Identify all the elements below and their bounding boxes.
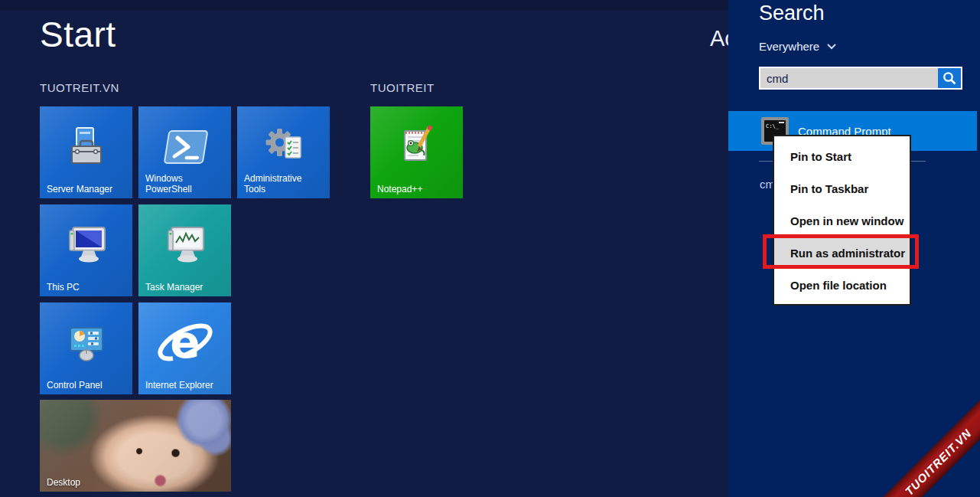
ie-icon: e [152,315,218,371]
tile-server-manager[interactable]: Server Manager [40,106,132,198]
tile-label: Control Panel [47,380,103,391]
search-panel-title: Search [759,2,825,25]
admin-tools-icon [262,126,306,168]
menu-item-open-in-new-window[interactable]: Open in new window [774,204,910,237]
task-manager-icon [162,224,208,266]
tile-notepad-plus-plus[interactable]: Notepad++ [370,106,463,198]
search-button[interactable] [938,68,961,88]
tile-group-label-2: TUOITREIT [370,81,435,94]
control-panel-icon [64,323,109,363]
search-icon [942,70,957,86]
notepadpp-icon [396,125,438,169]
search-input[interactable] [760,68,938,88]
tile-label: Task Manager [145,282,203,293]
menu-item-run-as-administrator[interactable]: Run as administrator [774,237,910,269]
tile-label: Internet Explorer [145,380,213,391]
menu-item-pin-to-start[interactable]: Pin to Start [774,140,910,172]
tile-control-panel[interactable]: Control Panel [40,302,132,394]
start-screen-title: Start [40,14,116,55]
tile-label: Server Manager [47,184,112,195]
tile-label: Notepad++ [377,184,422,195]
tile-windows-powershell[interactable]: Windows PowerShell [138,106,231,198]
tile-internet-explorer[interactable]: e Internet Explorer [138,302,231,394]
tile-this-pc[interactable]: This PC [40,204,132,296]
server-manager-icon [64,126,109,168]
tile-label: Desktop [47,477,80,488]
powershell-icon [162,128,208,166]
search-scope-dropdown[interactable]: Everywhere [759,40,836,53]
search-scope-value: Everywhere [759,40,819,53]
computer-icon [63,224,109,266]
chevron-down-icon [827,44,836,50]
tile-group-label-1: TUOTREIT.VN [40,81,119,94]
menu-item-pin-to-taskbar[interactable]: Pin to Taskbar [774,172,910,204]
tile-administrative-tools[interactable]: Administrative Tools [237,106,330,198]
tile-label: Windows PowerShell [145,173,226,195]
search-box [759,67,962,90]
menu-item-open-file-location[interactable]: Open file location [774,269,910,301]
tile-task-manager[interactable]: Task Manager [138,204,231,296]
context-menu: Pin to Start Pin to Taskbar Open in new … [773,135,911,306]
tile-label: This PC [47,282,80,293]
tile-label: Administrative Tools [244,173,324,195]
tile-desktop[interactable]: Desktop [40,400,231,492]
